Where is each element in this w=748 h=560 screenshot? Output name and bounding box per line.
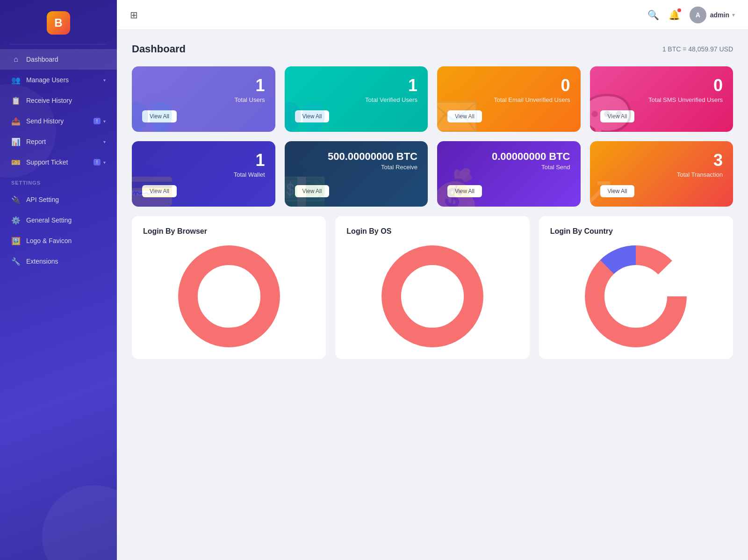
total-wallet-number: 1 xyxy=(255,151,265,170)
btc-rate: 1 BTC = 48,059.97 USD xyxy=(662,45,733,53)
sidebar-item-general-setting[interactable]: ⚙️ General Setting xyxy=(0,210,117,230)
sidebar-item-label: Dashboard xyxy=(26,56,106,63)
total-wallet-label: Total Wallet xyxy=(234,171,265,178)
card-bg-icon: 💳 xyxy=(132,167,175,207)
card-bg-icon: 👥 xyxy=(132,92,175,132)
avatar: A xyxy=(690,7,706,23)
total-send-card: 0.00000000 BTC Total Send View All 💰 xyxy=(437,141,581,207)
card-top: 3 Total Transaction xyxy=(600,151,723,178)
receive-history-icon: 📋 xyxy=(11,96,21,105)
send-history-badge: ! xyxy=(94,118,101,124)
sidebar-item-label: Receive History xyxy=(26,97,106,104)
total-verified-number: 1 xyxy=(408,76,417,95)
country-donut-svg xyxy=(584,245,687,348)
logo-favicon-icon: 🖼️ xyxy=(11,236,21,245)
report-icon: 📊 xyxy=(11,137,21,146)
page-content: Dashboard 1 BTC = 48,059.97 USD 1 Total … xyxy=(117,30,748,372)
total-email-label: Total Email Unverified Users xyxy=(494,96,570,103)
total-sms-unverified-card: 0 Total SMS Unverified Users View All 💬 xyxy=(590,66,734,132)
total-wallet-card: 1 Total Wallet View All 💳 xyxy=(132,141,275,207)
chevron-down-icon: ▾ xyxy=(103,139,106,144)
browser-donut-svg xyxy=(178,245,280,348)
sidebar-item-label: General Setting xyxy=(26,216,106,224)
sidebar-item-label: Report xyxy=(26,138,103,145)
sidebar-item-extensions[interactable]: 🔧 Extensions xyxy=(0,251,117,272)
sidebar-logo: B xyxy=(0,0,117,44)
card-bottom: View All xyxy=(600,180,723,197)
sidebar: B ⌂ Dashboard 👥 Manage Users ▾ 📋 Receive… xyxy=(0,0,117,560)
total-transaction-label: Total Transaction xyxy=(677,171,723,178)
chevron-down-icon: ▾ xyxy=(103,119,106,124)
sidebar-item-dashboard[interactable]: ⌂ Dashboard xyxy=(0,49,117,70)
stat-cards-row-1: 1 Total Users View All 👥 1 Total Verifie… xyxy=(132,66,733,132)
bell-button[interactable]: 🔔 xyxy=(669,9,680,21)
page-header: Dashboard 1 BTC = 48,059.97 USD xyxy=(132,43,733,55)
total-transaction-card: 3 Total Transaction View All ↗ xyxy=(590,141,734,207)
dashboard-icon: ⌂ xyxy=(11,55,21,64)
support-ticket-badge: ! xyxy=(94,159,101,165)
search-icon[interactable]: 🔍 xyxy=(647,9,659,21)
login-by-browser-card: Login By Browser xyxy=(132,216,326,359)
api-setting-icon: 🔌 xyxy=(11,195,21,204)
sidebar-item-logo-favicon[interactable]: 🖼️ Logo & Favicon xyxy=(0,230,117,251)
total-send-label: Total Send xyxy=(541,164,570,171)
card-bg-icon: ↗ xyxy=(590,167,616,207)
svg-point-3 xyxy=(411,275,454,318)
login-os-title: Login By OS xyxy=(346,227,518,236)
stat-cards-row-2: 1 Total Wallet View All 💳 500.00000000 B… xyxy=(132,141,733,207)
support-ticket-icon: 🎫 xyxy=(11,158,21,167)
sidebar-item-api-setting[interactable]: 🔌 API Setting xyxy=(0,189,117,210)
expand-icon[interactable]: ⊞ xyxy=(130,9,138,21)
svg-point-1 xyxy=(207,275,250,318)
chevron-down-icon: ▾ xyxy=(103,78,106,83)
sidebar-item-label: API Setting xyxy=(26,196,106,203)
login-country-title: Login By Country xyxy=(550,227,722,236)
login-browser-chart xyxy=(143,245,315,348)
sidebar-item-label: Manage Users xyxy=(26,76,103,84)
total-sms-number: 0 xyxy=(713,76,723,95)
login-os-chart xyxy=(346,245,518,348)
sidebar-item-label: Send History xyxy=(26,117,94,125)
card-bg-icon: 💰 xyxy=(437,167,480,207)
sidebar-nav: ⌂ Dashboard 👥 Manage Users ▾ 📋 Receive H… xyxy=(0,49,117,272)
os-donut-svg xyxy=(381,245,484,348)
main-content: ⊞ 🔍 🔔 A admin ▾ Dashboard 1 BTC = 48,059… xyxy=(117,0,748,560)
total-sms-label: Total SMS Unverified Users xyxy=(648,96,723,103)
total-send-number: 0.00000000 BTC xyxy=(492,151,570,163)
svg-point-6 xyxy=(614,275,657,318)
general-setting-icon: ⚙️ xyxy=(11,215,21,225)
sidebar-item-label: Extensions xyxy=(26,258,106,265)
user-menu-chevron[interactable]: ▾ xyxy=(732,12,735,18)
total-users-number: 1 xyxy=(255,76,265,95)
page-title: Dashboard xyxy=(132,43,186,55)
sidebar-item-send-history[interactable]: 📤 Send History ! ▾ xyxy=(0,111,117,131)
total-receive-number: 500.00000000 BTC xyxy=(328,151,417,163)
total-verified-card: 1 Total Verified Users View All 👥 xyxy=(285,66,428,132)
topbar: ⊞ 🔍 🔔 A admin ▾ xyxy=(117,0,748,30)
card-bg-icon: 💵 xyxy=(285,167,328,207)
total-users-label: Total Users xyxy=(234,96,265,103)
total-users-card: 1 Total Users View All 👥 xyxy=(132,66,275,132)
sidebar-item-label: Support Ticket xyxy=(26,158,94,166)
total-receive-card: 500.00000000 BTC Total Receive View All … xyxy=(285,141,428,207)
card-bg-icon: 👥 xyxy=(285,92,328,132)
sidebar-item-manage-users[interactable]: 👥 Manage Users ▾ xyxy=(0,70,117,90)
sidebar-item-report[interactable]: 📊 Report ▾ xyxy=(0,131,117,152)
extensions-icon: 🔧 xyxy=(11,257,21,266)
total-verified-label: Total Verified Users xyxy=(365,96,417,103)
total-email-unverified-card: 0 Total Email Unverified Users View All … xyxy=(437,66,581,132)
send-history-icon: 📤 xyxy=(11,116,21,126)
login-country-chart xyxy=(550,245,722,348)
total-email-number: 0 xyxy=(561,76,570,95)
sidebar-item-label: Logo & Favicon xyxy=(26,237,106,244)
chevron-down-icon: ▾ xyxy=(103,160,106,165)
total-receive-label: Total Receive xyxy=(381,164,417,171)
notification-dot xyxy=(677,8,681,12)
username-label: admin xyxy=(710,11,729,19)
settings-section-label: SETTINGS xyxy=(0,172,117,189)
card-bg-icon: ✉️ xyxy=(437,92,480,132)
card-bg-icon: 💬 xyxy=(590,92,633,132)
sidebar-item-receive-history[interactable]: 📋 Receive History xyxy=(0,90,117,111)
sidebar-item-support-ticket[interactable]: 🎫 Support Ticket ! ▾ xyxy=(0,152,117,172)
login-browser-title: Login By Browser xyxy=(143,227,315,236)
